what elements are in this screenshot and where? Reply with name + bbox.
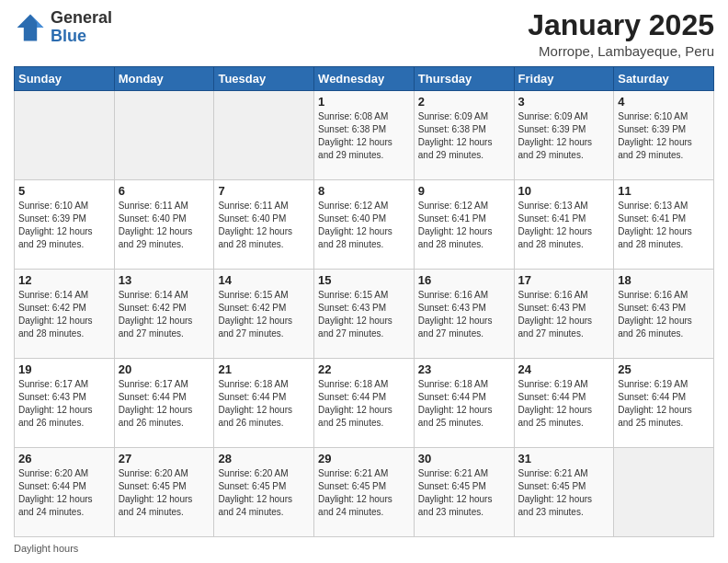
calendar-week-row: 19Sunrise: 6:17 AM Sunset: 6:43 PM Dayli… [15,359,714,448]
day-number: 25 [618,362,710,376]
day-info: Sunrise: 6:08 AM Sunset: 6:38 PM Dayligh… [318,110,410,162]
calendar-cell: 30Sunrise: 6:21 AM Sunset: 6:45 PM Dayli… [414,448,514,537]
day-number: 9 [418,184,510,198]
day-info: Sunrise: 6:10 AM Sunset: 6:39 PM Dayligh… [18,200,110,251]
day-info: Sunrise: 6:12 AM Sunset: 6:40 PM Dayligh… [318,200,410,251]
calendar-cell: 6Sunrise: 6:11 AM Sunset: 6:40 PM Daylig… [114,180,214,270]
calendar-cell: 11Sunrise: 6:13 AM Sunset: 6:41 PM Dayli… [614,180,714,270]
calendar-cell: 29Sunrise: 6:21 AM Sunset: 6:45 PM Dayli… [314,448,415,537]
title-block: January 2025 Morrope, Lambayeque, Peru [528,9,714,59]
day-info: Sunrise: 6:18 AM Sunset: 6:44 PM Dayligh… [318,378,410,430]
logo-icon [14,11,47,44]
calendar-week-row: 1Sunrise: 6:08 AM Sunset: 6:38 PM Daylig… [15,91,714,180]
day-number: 2 [418,95,510,109]
daylight-label: Daylight hours [14,543,78,554]
calendar-header-cell: Sunday [15,67,115,91]
day-info: Sunrise: 6:16 AM Sunset: 6:43 PM Dayligh… [418,289,510,340]
main-title: January 2025 [528,9,714,41]
calendar-cell: 24Sunrise: 6:19 AM Sunset: 6:44 PM Dayli… [514,359,614,448]
calendar-cell [114,91,214,180]
day-number: 28 [218,452,310,465]
calendar-week-row: 12Sunrise: 6:14 AM Sunset: 6:42 PM Dayli… [15,270,714,359]
calendar-cell: 4Sunrise: 6:10 AM Sunset: 6:39 PM Daylig… [614,91,714,180]
calendar-cell: 8Sunrise: 6:12 AM Sunset: 6:40 PM Daylig… [314,180,415,270]
header: General Blue January 2025 Morrope, Lamba… [14,9,714,59]
calendar-week-row: 26Sunrise: 6:20 AM Sunset: 6:44 PM Dayli… [15,448,714,537]
day-info: Sunrise: 6:20 AM Sunset: 6:45 PM Dayligh… [218,467,310,519]
calendar-cell [614,448,714,537]
day-info: Sunrise: 6:18 AM Sunset: 6:44 PM Dayligh… [418,378,510,430]
day-info: Sunrise: 6:14 AM Sunset: 6:42 PM Dayligh… [18,289,110,340]
day-number: 29 [318,452,410,465]
day-number: 26 [18,452,110,465]
calendar-header-cell: Saturday [614,67,714,91]
day-number: 21 [218,362,310,376]
day-number: 13 [119,273,210,287]
subtitle: Morrope, Lambayeque, Peru [528,43,714,59]
day-info: Sunrise: 6:21 AM Sunset: 6:45 PM Dayligh… [318,467,410,519]
day-info: Sunrise: 6:13 AM Sunset: 6:41 PM Dayligh… [618,200,710,251]
day-info: Sunrise: 6:21 AM Sunset: 6:45 PM Dayligh… [518,467,610,519]
day-info: Sunrise: 6:09 AM Sunset: 6:39 PM Dayligh… [518,110,610,162]
page: General Blue January 2025 Morrope, Lamba… [0,0,728,563]
calendar-cell: 16Sunrise: 6:16 AM Sunset: 6:43 PM Dayli… [414,270,514,359]
day-number: 16 [418,273,510,287]
logo-blue-text: Blue [51,28,112,46]
day-number: 12 [18,273,110,287]
day-info: Sunrise: 6:15 AM Sunset: 6:42 PM Dayligh… [218,289,310,340]
day-number: 11 [618,184,710,198]
calendar-cell: 28Sunrise: 6:20 AM Sunset: 6:45 PM Dayli… [214,448,314,537]
calendar-cell: 23Sunrise: 6:18 AM Sunset: 6:44 PM Dayli… [414,359,514,448]
day-info: Sunrise: 6:10 AM Sunset: 6:39 PM Dayligh… [618,110,710,162]
calendar-cell [214,91,314,180]
calendar-header-cell: Friday [514,67,614,91]
calendar-cell: 9Sunrise: 6:12 AM Sunset: 6:41 PM Daylig… [414,180,514,270]
day-number: 18 [618,273,710,287]
calendar-header-cell: Tuesday [214,67,314,91]
day-info: Sunrise: 6:20 AM Sunset: 6:45 PM Dayligh… [119,467,210,519]
day-number: 7 [218,184,310,198]
calendar-cell: 22Sunrise: 6:18 AM Sunset: 6:44 PM Dayli… [314,359,415,448]
calendar-cell: 13Sunrise: 6:14 AM Sunset: 6:42 PM Dayli… [114,270,214,359]
calendar-cell: 10Sunrise: 6:13 AM Sunset: 6:41 PM Dayli… [514,180,614,270]
day-number: 10 [518,184,610,198]
calendar-cell: 21Sunrise: 6:18 AM Sunset: 6:44 PM Dayli… [214,359,314,448]
calendar-header-cell: Wednesday [314,67,415,91]
day-info: Sunrise: 6:17 AM Sunset: 6:43 PM Dayligh… [18,378,110,430]
day-info: Sunrise: 6:19 AM Sunset: 6:44 PM Dayligh… [618,378,710,430]
day-number: 27 [119,452,210,465]
day-number: 22 [318,362,410,376]
day-number: 8 [318,184,410,198]
calendar-cell: 20Sunrise: 6:17 AM Sunset: 6:44 PM Dayli… [114,359,214,448]
day-info: Sunrise: 6:16 AM Sunset: 6:43 PM Dayligh… [518,289,610,340]
calendar-cell: 27Sunrise: 6:20 AM Sunset: 6:45 PM Dayli… [114,448,214,537]
calendar-cell: 12Sunrise: 6:14 AM Sunset: 6:42 PM Dayli… [15,270,115,359]
logo: General Blue [14,9,112,46]
calendar-cell [15,91,115,180]
day-number: 24 [518,362,610,376]
calendar-cell: 7Sunrise: 6:11 AM Sunset: 6:40 PM Daylig… [214,180,314,270]
day-info: Sunrise: 6:16 AM Sunset: 6:43 PM Dayligh… [618,289,710,340]
day-number: 30 [418,452,510,465]
day-info: Sunrise: 6:11 AM Sunset: 6:40 PM Dayligh… [218,200,310,251]
calendar-cell: 26Sunrise: 6:20 AM Sunset: 6:44 PM Dayli… [15,448,115,537]
day-number: 15 [318,273,410,287]
calendar-cell: 14Sunrise: 6:15 AM Sunset: 6:42 PM Dayli… [214,270,314,359]
day-number: 23 [418,362,510,376]
day-number: 14 [218,273,310,287]
day-info: Sunrise: 6:09 AM Sunset: 6:38 PM Dayligh… [418,110,510,162]
calendar-week-row: 5Sunrise: 6:10 AM Sunset: 6:39 PM Daylig… [15,180,714,270]
calendar-header-row: SundayMondayTuesdayWednesdayThursdayFrid… [15,67,714,91]
calendar-cell: 25Sunrise: 6:19 AM Sunset: 6:44 PM Dayli… [614,359,714,448]
day-info: Sunrise: 6:20 AM Sunset: 6:44 PM Dayligh… [18,467,110,519]
calendar-cell: 1Sunrise: 6:08 AM Sunset: 6:38 PM Daylig… [314,91,415,180]
calendar-table: SundayMondayTuesdayWednesdayThursdayFrid… [14,66,714,537]
day-number: 19 [18,362,110,376]
day-number: 5 [18,184,110,198]
calendar-cell: 19Sunrise: 6:17 AM Sunset: 6:43 PM Dayli… [15,359,115,448]
day-info: Sunrise: 6:14 AM Sunset: 6:42 PM Dayligh… [119,289,210,340]
calendar-cell: 3Sunrise: 6:09 AM Sunset: 6:39 PM Daylig… [514,91,614,180]
calendar-header-cell: Monday [114,67,214,91]
day-info: Sunrise: 6:15 AM Sunset: 6:43 PM Dayligh… [318,289,410,340]
logo-text: General Blue [51,9,112,46]
